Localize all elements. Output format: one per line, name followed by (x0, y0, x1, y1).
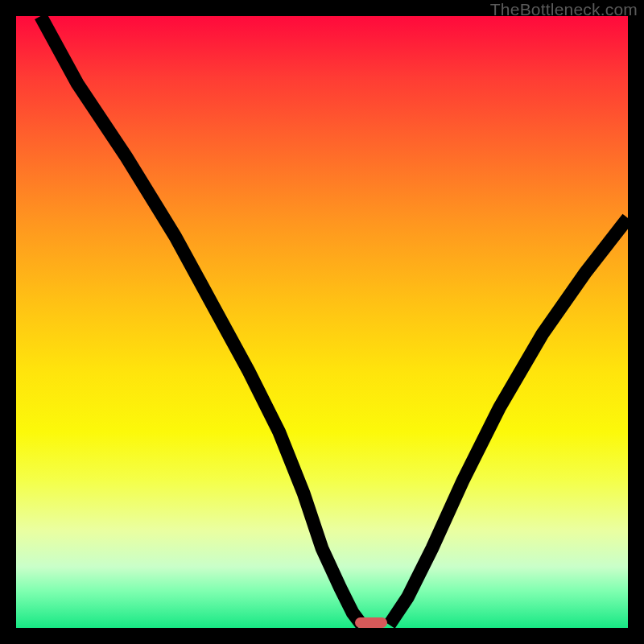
right-curve (390, 218, 628, 625)
bottleneck-marker (355, 617, 387, 628)
left-curve (40, 16, 361, 625)
curve-layer (16, 16, 628, 628)
watermark-text: TheBottleneck.com (490, 0, 638, 19)
chart-frame: TheBottleneck.com (0, 0, 644, 644)
